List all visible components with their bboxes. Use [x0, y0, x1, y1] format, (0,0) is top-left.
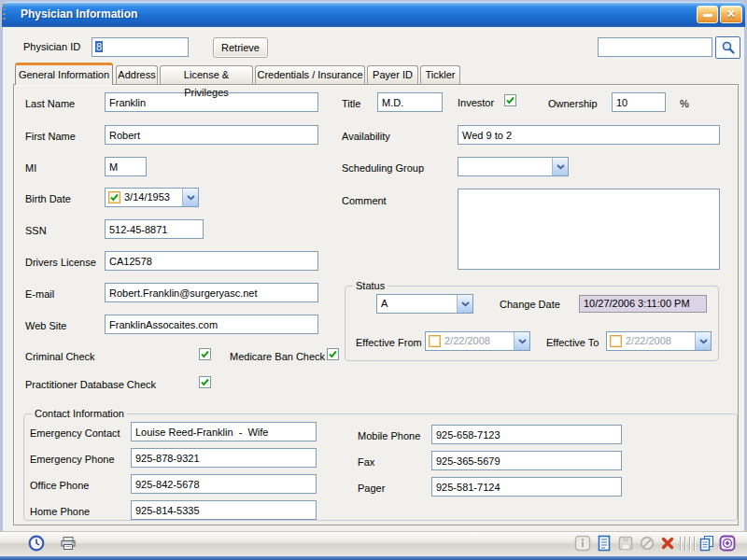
check-icon: [109, 192, 120, 203]
physician-id-value: 8: [95, 41, 103, 52]
effective-from-picker[interactable]: 2/22/2008: [425, 331, 530, 351]
effective-from-checkbox[interactable]: [429, 335, 441, 347]
pager-label: Pager: [358, 483, 385, 495]
first-name-input[interactable]: [105, 125, 318, 145]
criminal-check-checkbox[interactable]: [199, 348, 211, 360]
copy-button[interactable]: [698, 535, 715, 552]
chevron-down-icon: [461, 301, 470, 307]
first-name-label: First Name: [25, 131, 76, 143]
email-input[interactable]: [105, 283, 318, 302]
chevron-down-icon: [557, 164, 565, 170]
effective-from-value: 2/22/2008: [441, 332, 514, 350]
window-title: Physician Information: [21, 7, 137, 21]
mi-label: MI: [25, 162, 36, 175]
window-bottom-border: [0, 556, 747, 560]
mi-input[interactable]: [105, 157, 147, 176]
scheduling-group-label: Scheduling Group: [342, 162, 424, 175]
effective-from-dropdown-button[interactable]: [514, 332, 529, 350]
practitioner-db-checkbox[interactable]: [199, 376, 211, 388]
emergency-contact-label: Emergency Contact: [30, 427, 120, 440]
tab-credentials-insurance[interactable]: Credentials / Insurance: [255, 65, 365, 84]
close-icon: ✕: [721, 7, 741, 21]
effective-to-dropdown-button[interactable]: [695, 332, 711, 350]
tab-tickler[interactable]: Tickler: [420, 65, 460, 84]
comment-textarea[interactable]: [458, 189, 720, 270]
birth-date-checkbox[interactable]: [108, 191, 120, 203]
print-button[interactable]: [60, 535, 77, 552]
effective-to-label: Effective To: [546, 337, 599, 349]
save-button[interactable]: [617, 535, 634, 552]
minimize-icon: [703, 14, 712, 17]
search-input[interactable]: [598, 37, 712, 57]
medicare-ban-checkbox[interactable]: [327, 348, 339, 360]
ssn-input[interactable]: [105, 219, 204, 239]
physician-id-label: Physician ID: [23, 41, 80, 53]
clock-button[interactable]: [28, 535, 45, 552]
drivers-license-label: Drivers License: [25, 257, 96, 269]
toolbar-grip[interactable]: [3, 4, 6, 21]
title-input[interactable]: [377, 92, 443, 112]
practitioner-db-check-label: Practitioner Database Check: [25, 379, 156, 391]
tab-license-privileges[interactable]: License & Privileges: [160, 65, 253, 84]
clock-icon: [28, 535, 45, 552]
comment-label: Comment: [342, 195, 387, 207]
add-record-icon: [719, 535, 736, 552]
scheduling-group-select[interactable]: [458, 157, 569, 176]
availability-input[interactable]: [458, 125, 720, 145]
tab-address[interactable]: Address: [116, 65, 158, 84]
investor-label: Investor: [458, 97, 494, 109]
physician-id-input[interactable]: 8: [92, 37, 189, 57]
birth-date-value: 3/14/1953: [120, 189, 182, 206]
minimize-button[interactable]: [697, 6, 718, 23]
web-site-label: Web Site: [25, 320, 66, 332]
info-button[interactable]: [574, 535, 591, 552]
emergency-phone-input[interactable]: [131, 448, 317, 468]
status-select[interactable]: A: [376, 294, 473, 314]
new-document-button[interactable]: [596, 535, 613, 552]
effective-to-checkbox[interactable]: [610, 335, 622, 347]
delete-button[interactable]: [659, 535, 676, 552]
chevron-down-icon: [699, 339, 708, 344]
office-phone-input[interactable]: [131, 474, 317, 494]
scheduling-group-dropdown-button[interactable]: [552, 158, 568, 175]
close-button[interactable]: ✕: [720, 6, 742, 23]
check-icon: [328, 349, 338, 359]
change-date-value: 10/27/2006 3:11:00 PM: [579, 295, 707, 313]
save-icon: [617, 535, 634, 552]
status-group-legend: Status: [353, 280, 388, 291]
chevron-down-icon: [518, 339, 527, 344]
retrieve-button[interactable]: Retrieve: [213, 37, 268, 58]
toolbar-separator: [689, 537, 690, 551]
last-name-label: Last Name: [25, 98, 75, 110]
ownership-input[interactable]: [612, 92, 666, 112]
mobile-phone-label: Mobile Phone: [358, 430, 420, 442]
check-icon: [505, 95, 515, 105]
fax-input[interactable]: [431, 451, 622, 470]
add-record-button[interactable]: [719, 535, 736, 552]
mobile-phone-input[interactable]: [431, 425, 622, 444]
pager-input[interactable]: [431, 477, 622, 497]
investor-checkbox[interactable]: [504, 94, 516, 106]
tab-payer-id[interactable]: Payer ID: [367, 65, 418, 84]
birth-date-picker[interactable]: 3/14/1953: [105, 188, 199, 207]
status-dropdown-button[interactable]: [457, 295, 472, 313]
home-phone-input[interactable]: [131, 500, 317, 520]
cancel-button[interactable]: [639, 535, 655, 552]
search-button[interactable]: [715, 36, 740, 59]
cancel-icon: [639, 535, 655, 552]
info-icon: [574, 535, 591, 552]
title-label: Title: [342, 98, 360, 110]
drivers-license-input[interactable]: [105, 251, 318, 271]
availability-label: Availability: [342, 131, 390, 143]
print-icon: [60, 535, 77, 552]
criminal-check-label: Criminal Check: [25, 351, 95, 363]
tab-general-information[interactable]: General Information: [15, 63, 113, 85]
birth-date-dropdown-button[interactable]: [182, 189, 198, 206]
home-phone-label: Home Phone: [30, 506, 90, 518]
web-site-input[interactable]: [105, 315, 318, 334]
effective-to-value: 2/22/2008: [622, 332, 695, 350]
office-phone-label: Office Phone: [30, 480, 89, 492]
delete-icon: [659, 535, 676, 552]
effective-to-picker[interactable]: 2/22/2008: [606, 331, 712, 351]
emergency-contact-input[interactable]: [131, 422, 317, 441]
